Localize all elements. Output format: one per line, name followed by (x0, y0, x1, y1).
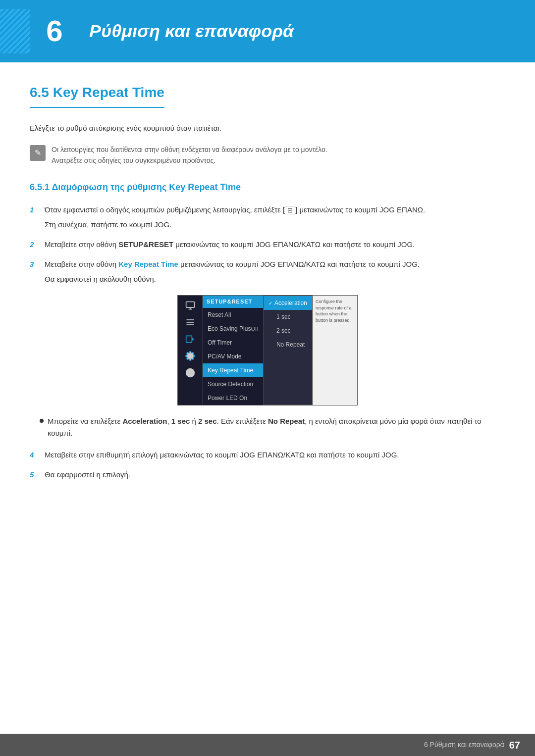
monitor-sidebar-icon (183, 300, 198, 311)
step-2-number: 2 (30, 239, 40, 251)
header-stripe (0, 9, 30, 53)
subsection-heading: 6.5.1 Διαμόρφωση της ρύθμισης Key Repeat… (30, 181, 505, 194)
menu-item-source: Source Detection (203, 377, 263, 391)
menu-item-eco: Eco Saving PlusOff (203, 322, 263, 336)
step-2: 2 Μεταβείτε στην οθόνη SETUP&RESET μετακ… (30, 239, 505, 251)
step-3-content: Μεταβείτε στην οθόνη Key Repeat Time μετ… (45, 258, 505, 285)
input-sidebar-icon (183, 333, 198, 345)
svg-rect-6 (186, 336, 192, 343)
submenu-2sec[interactable]: 2 sec (264, 324, 312, 338)
step-4: 4 Μεταβείτε στην επιθυμητή επιλογή μετακ… (30, 449, 505, 461)
step-3-sub: Θα εμφανιστεί η ακόλουθη οθόνη. (45, 273, 505, 285)
step-4-content: Μεταβείτε στην επιθυμητή επιλογή μετακιν… (45, 449, 505, 461)
bullet-text: Μπορείτε να επιλέξετε Acceleration, 1 se… (48, 415, 505, 439)
menu-item-reset-all: Reset All (203, 308, 263, 322)
chapter-number: 6 (30, 9, 79, 53)
footer-chapter-label: 6 Ρύθμιση και επαναφορά (424, 740, 504, 750)
menu-item-off-timer: Off Timer (203, 336, 263, 350)
step-4-number: 4 (30, 449, 40, 461)
steps-list: 1 Όταν εμφανιστεί ο οδηγός κουμπιών ρυθμ… (30, 204, 505, 285)
page-footer: 6 Ρύθμιση και επαναφορά 67 (0, 734, 535, 756)
svg-rect-0 (186, 302, 194, 308)
step-1-number: 1 (30, 204, 40, 216)
menu-right-panel: Configure the response rate of a button … (313, 296, 357, 405)
menu-screenshot: SETUP&RESET Reset All Eco Saving PlusOff… (177, 295, 358, 405)
menu-sidebar (178, 296, 203, 405)
bullet-item-options: Μπορείτε να επιλέξετε Acceleration, 1 se… (40, 415, 505, 439)
lines-sidebar-icon (183, 316, 198, 328)
menu-item-power-led: Power LED On (203, 391, 263, 405)
menu-item-key-repeat[interactable]: Key Repeat Time (203, 363, 263, 377)
menu-header-label: SETUP&RESET (203, 296, 263, 308)
bullet-dot (40, 419, 44, 423)
menu-right-text: Configure the response rate of a button … (316, 299, 354, 323)
chapter-title: Ρύθμιση και επαναφορά (79, 18, 294, 45)
note-icon (30, 145, 46, 161)
footer-page-number: 67 (509, 738, 520, 753)
step-1-content: Όταν εμφανιστεί ο οδηγός κουμπιών ρυθμιζ… (45, 204, 505, 231)
step-1-sub: Στη συνέχεια, πατήστε το κουμπί JOG. (45, 219, 505, 231)
step-1: 1 Όταν εμφανιστεί ο οδηγός κουμπιών ρυθμ… (30, 204, 505, 231)
menu-submenu-panel: ✓Acceleration 1 sec 2 sec No Repeat (263, 296, 313, 405)
svg-marker-7 (192, 338, 194, 341)
note-text: Οι λειτουργίες που διατίθενται στην οθόν… (52, 144, 327, 166)
menu-main-panel: SETUP&RESET Reset All Eco Saving PlusOff… (203, 296, 263, 405)
intro-text: Ελέγξτε το ρυθμό απόκρισης ενός κουμπιού… (30, 123, 505, 134)
submenu-1sec[interactable]: 1 sec (264, 310, 312, 324)
step-5-content: Θα εφαρμοστεί η επιλογή. (45, 469, 505, 481)
gear-sidebar-icon (183, 350, 198, 362)
note-box: Οι λειτουργίες που διατίθενται στην οθόν… (30, 144, 505, 166)
main-content: 6.5 Key Repeat Time Ελέγξτε το ρυθμό από… (0, 62, 535, 528)
menu-screenshot-wrapper: SETUP&RESET Reset All Eco Saving PlusOff… (30, 295, 505, 405)
info-sidebar-icon (183, 367, 198, 379)
chapter-header: 6 Ρύθμιση και επαναφορά (0, 0, 535, 62)
submenu-acceleration[interactable]: ✓Acceleration (264, 296, 312, 310)
submenu-no-repeat[interactable]: No Repeat (264, 338, 312, 352)
step-5-number: 5 (30, 469, 40, 481)
menu-item-pcav: PC/AV Mode (203, 350, 263, 363)
step-3: 3 Μεταβείτε στην οθόνη Key Repeat Time μ… (30, 258, 505, 285)
section-heading: 6.5 Key Repeat Time (30, 82, 164, 108)
bullet-section: Μπορείτε να επιλέξετε Acceleration, 1 se… (40, 415, 505, 439)
step-2-content: Μεταβείτε στην οθόνη SETUP&RESET μετακιν… (45, 239, 505, 251)
step-3-number: 3 (30, 258, 40, 270)
step-5: 5 Θα εφαρμοστεί η επιλογή. (30, 469, 505, 481)
